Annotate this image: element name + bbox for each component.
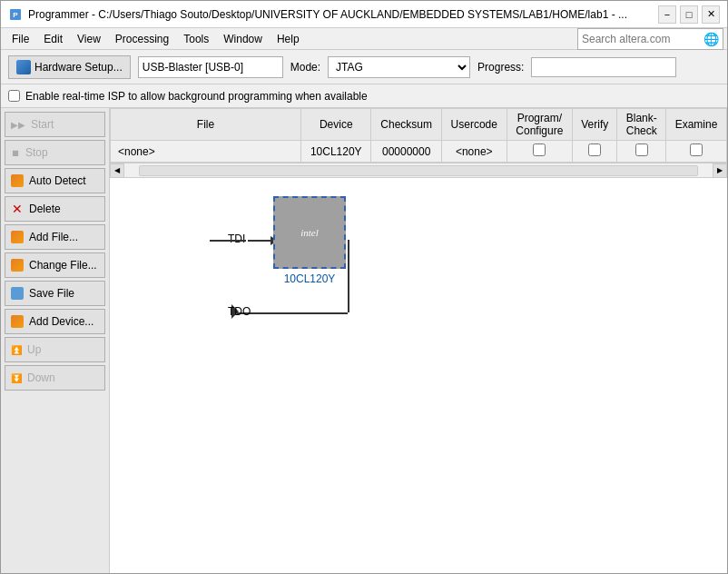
col-device: Device xyxy=(301,109,371,141)
right-panel: File Device Checksum Usercode Program/Co… xyxy=(110,108,727,573)
change-file-label: Change File... xyxy=(29,259,97,272)
hardware-setup-button[interactable]: Hardware Setup... xyxy=(8,55,131,79)
scroll-right-arrow[interactable]: ▶ xyxy=(713,163,727,178)
tdo-label: TDO xyxy=(228,305,251,318)
cell-verify[interactable] xyxy=(573,141,617,163)
tdi-left-line xyxy=(210,240,246,242)
cell-program[interactable] xyxy=(507,141,572,163)
isp-row: Enable real-time ISP to allow background… xyxy=(1,84,727,108)
horizontal-scrollbar[interactable] xyxy=(139,165,698,176)
menu-processing[interactable]: Processing xyxy=(108,31,176,47)
menu-file[interactable]: File xyxy=(5,31,36,47)
scroll-left-arrow[interactable]: ◀ xyxy=(110,163,124,178)
menu-view[interactable]: View xyxy=(70,31,108,47)
maximize-button[interactable]: □ xyxy=(680,5,698,24)
cell-usercode: <none> xyxy=(441,141,507,163)
program-table: File Device Checksum Usercode Program/Co… xyxy=(110,108,727,163)
connector-vertical xyxy=(348,240,349,312)
cell-device: 10CL120Y xyxy=(301,141,371,163)
tdi-arrow xyxy=(248,240,273,242)
toolbar: Hardware Setup... Mode: JTAG Active Seri… xyxy=(1,50,727,84)
app-icon: P xyxy=(8,7,23,22)
globe-icon: 🌐 xyxy=(703,32,719,46)
add-device-button[interactable]: Add Device... xyxy=(5,309,105,334)
chip-box: intel xyxy=(273,196,346,269)
chip-name: 10CL120Y xyxy=(284,272,336,285)
menu-window[interactable]: Window xyxy=(216,31,270,47)
save-file-button[interactable]: Save File xyxy=(5,281,105,306)
add-file-icon xyxy=(11,231,24,243)
col-verify: Verify xyxy=(573,109,617,141)
add-device-label: Add Device... xyxy=(29,315,93,328)
down-icon: ⏬ xyxy=(11,373,22,383)
change-file-icon xyxy=(11,259,24,272)
cell-blank-check[interactable] xyxy=(617,141,666,163)
tdi-label: TDI xyxy=(228,233,245,245)
isp-label: Enable real-time ISP to allow background… xyxy=(25,90,368,103)
svg-text:P: P xyxy=(13,11,18,19)
search-box: 🌐 xyxy=(577,28,723,50)
hardware-setup-icon xyxy=(16,60,31,74)
col-examine: Examine xyxy=(666,109,727,141)
up-icon: ⏫ xyxy=(11,345,22,355)
close-button[interactable]: ✕ xyxy=(702,5,720,24)
menu-help[interactable]: Help xyxy=(270,31,307,47)
table-area: File Device Checksum Usercode Program/Co… xyxy=(110,108,727,163)
save-file-icon xyxy=(11,287,24,300)
sidebar: ▶▶ Start ⏹ Stop Auto Detect ✕ Delete Add… xyxy=(1,108,110,573)
auto-detect-button[interactable]: Auto Detect xyxy=(5,168,105,193)
table-row: <none> 10CL120Y 00000000 <none> xyxy=(111,141,727,163)
scrollbar-row: ◀ ▶ xyxy=(110,163,727,178)
delete-icon: ✕ xyxy=(11,203,24,215)
title-bar: P Programmer - C:/Users/Thiago Souto/Des… xyxy=(1,1,727,28)
cell-examine[interactable] xyxy=(666,141,727,163)
usb-blaster-input[interactable] xyxy=(138,56,283,78)
chip-container: intel 10CL120Y xyxy=(273,196,346,269)
diagram-area: TDI intel 10CL120Y TDO xyxy=(110,178,727,573)
verify-checkbox[interactable] xyxy=(588,144,601,156)
menu-edit[interactable]: Edit xyxy=(36,31,70,47)
cell-checksum: 00000000 xyxy=(371,141,441,163)
auto-detect-label: Auto Detect xyxy=(29,174,86,187)
save-file-label: Save File xyxy=(29,287,74,300)
intel-logo: intel xyxy=(300,227,319,238)
stop-icon: ⏹ xyxy=(11,148,20,158)
start-button[interactable]: ▶▶ Start xyxy=(5,112,105,137)
minimize-button[interactable]: − xyxy=(658,5,676,24)
up-button[interactable]: ⏫ Up xyxy=(5,337,105,362)
connector-horizontal xyxy=(237,312,348,314)
mode-label: Mode: xyxy=(290,61,320,74)
stop-button[interactable]: ⏹ Stop xyxy=(5,140,105,165)
change-file-button[interactable]: Change File... xyxy=(5,252,105,278)
program-checkbox[interactable] xyxy=(533,144,546,156)
examine-checkbox[interactable] xyxy=(690,144,703,156)
add-file-label: Add File... xyxy=(29,231,78,243)
delete-label: Delete xyxy=(29,203,61,215)
col-usercode: Usercode xyxy=(441,109,507,141)
down-label: Down xyxy=(27,371,55,384)
add-device-icon xyxy=(11,315,24,328)
down-button[interactable]: ⏬ Down xyxy=(5,365,105,391)
menu-bar: File Edit View Processing Tools Window H… xyxy=(1,28,727,50)
window-controls: − □ ✕ xyxy=(658,5,720,24)
cell-file: <none> xyxy=(111,141,301,163)
menu-tools[interactable]: Tools xyxy=(176,31,216,47)
col-file: File xyxy=(111,109,301,141)
auto-detect-icon xyxy=(11,174,24,187)
col-blank-check: Blank-Check xyxy=(617,109,666,141)
hardware-setup-label: Hardware Setup... xyxy=(34,61,123,74)
blank-check-checkbox[interactable] xyxy=(635,144,648,156)
stop-label: Stop xyxy=(25,146,48,159)
window-title: Programmer - C:/Users/Thiago Souto/Deskt… xyxy=(28,8,658,21)
up-label: Up xyxy=(27,343,41,356)
isp-checkbox[interactable] xyxy=(8,90,20,102)
progress-bar xyxy=(531,57,676,77)
start-icon: ▶▶ xyxy=(11,120,25,130)
col-program: Program/Configure xyxy=(507,109,572,141)
col-checksum: Checksum xyxy=(371,109,441,141)
add-file-button[interactable]: Add File... xyxy=(5,224,105,250)
delete-button[interactable]: ✕ Delete xyxy=(5,196,105,222)
start-label: Start xyxy=(31,118,54,131)
mode-select[interactable]: JTAG Active Serial Passive Serial In-Soc… xyxy=(328,56,470,78)
search-input[interactable] xyxy=(582,33,700,45)
